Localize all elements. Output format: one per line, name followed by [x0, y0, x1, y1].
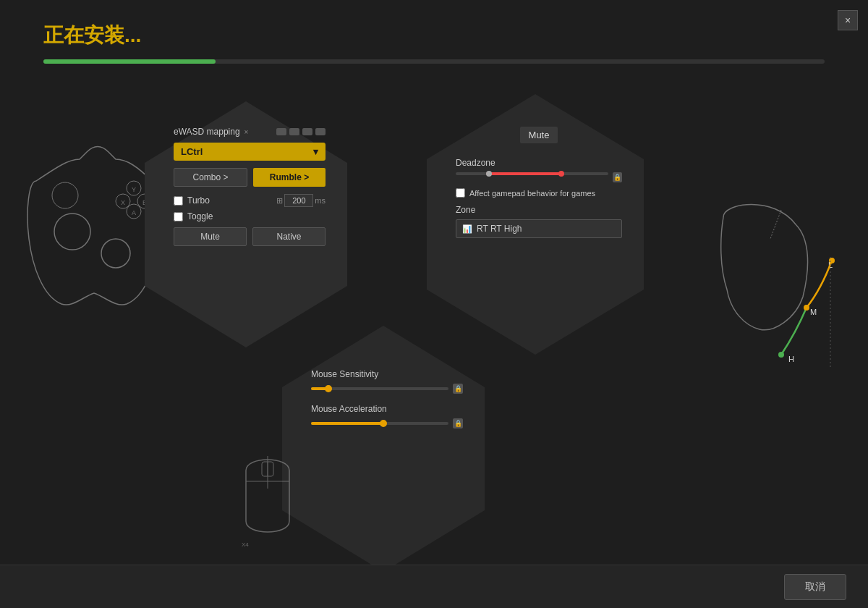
mouse-outline: X4	[231, 442, 304, 550]
rumble-button[interactable]: Rumble >	[253, 168, 326, 187]
zone-bar-icon: 📊	[462, 224, 472, 234]
affect-row: Affect gamepad behavior for games	[456, 188, 622, 198]
wasd-icons	[276, 128, 326, 135]
combo-button[interactable]: Combo >	[174, 168, 247, 187]
close-button[interactable]: ×	[838, 10, 858, 30]
progress-bar-fill	[43, 59, 216, 64]
turbo-icon: ⊞	[276, 196, 283, 206]
action-buttons-row: Combo > Rumble >	[174, 168, 326, 187]
turbo-checkbox[interactable]	[174, 196, 183, 206]
deadzone-slider[interactable]	[456, 172, 608, 175]
svg-point-21	[829, 258, 835, 263]
zone-value: RT RT High	[477, 224, 522, 234]
turbo-value-input[interactable]	[284, 194, 313, 207]
zone-dropdown[interactable]: 📊 RT RT High	[456, 219, 622, 238]
acceleration-lock-icon[interactable]: 🔒	[453, 418, 463, 428]
deadzone-title: Mute	[520, 127, 558, 143]
deadzone-right-thumb[interactable]	[558, 171, 564, 177]
svg-point-0	[54, 214, 90, 250]
trigger-curve: L M H	[760, 203, 846, 391]
svg-text:X4: X4	[242, 541, 249, 548]
wasd-icon-3	[302, 128, 312, 135]
header: 正在安装...	[0, 0, 868, 78]
turbo-label: Turbo	[187, 195, 210, 206]
svg-text:M: M	[810, 308, 817, 316]
wasd-panel-title: eWASD mapping	[174, 127, 240, 137]
deadzone-slider-row: 🔒	[456, 172, 622, 182]
deadzone-label: Deadzone	[456, 158, 622, 168]
affect-label: Affect gamepad behavior for games	[469, 189, 595, 198]
wasd-content: eWASD mapping × LCtrl ▾ Combo > Rumble >…	[174, 127, 326, 246]
zone-label: Zone	[456, 205, 622, 215]
ms-unit-label: ms	[315, 196, 326, 205]
svg-text:H: H	[788, 355, 794, 363]
wasd-icon-1	[276, 128, 286, 135]
key-dropdown[interactable]: LCtrl ▾	[174, 143, 326, 161]
svg-text:A: A	[132, 209, 136, 216]
svg-text:Y: Y	[132, 186, 136, 193]
wasd-icon-4	[315, 128, 326, 135]
deadzone-fill	[486, 172, 563, 175]
sensitivity-slider-row: 🔒	[311, 384, 463, 394]
deadzone-content: Mute Deadzone 🔒 Affect gamepad behavior …	[456, 127, 622, 238]
wasd-icon-2	[289, 128, 299, 135]
mouse-content: Mouse Sensitivity 🔒 Mouse Acceleration 🔒	[311, 369, 463, 434]
turbo-input: ⊞ ms	[276, 194, 326, 207]
mute-button[interactable]: Mute	[174, 227, 247, 246]
toggle-label: Toggle	[187, 211, 213, 221]
progress-bar-container	[43, 59, 825, 64]
sensitivity-label: Mouse Sensitivity	[311, 369, 463, 379]
mouse-hex-panel	[282, 326, 485, 572]
dropdown-arrow-icon: ▾	[313, 146, 318, 157]
acceleration-fill	[311, 422, 383, 425]
acceleration-slider[interactable]	[311, 422, 448, 425]
svg-point-2	[52, 182, 78, 208]
bottom-bar: 取消	[0, 565, 868, 608]
sensitivity-lock-icon[interactable]: 🔒	[453, 384, 463, 394]
mute-native-row: Mute Native	[174, 227, 326, 246]
install-title: 正在安装...	[43, 22, 825, 49]
cancel-button[interactable]: 取消	[784, 574, 846, 600]
affect-checkbox[interactable]	[456, 188, 465, 198]
sensitivity-thumb[interactable]	[325, 385, 332, 392]
acceleration-slider-row: 🔒	[311, 418, 463, 428]
toggle-checkbox[interactable]	[174, 212, 183, 221]
toggle-row: Toggle	[174, 211, 326, 221]
svg-point-23	[778, 352, 784, 358]
lock-icon[interactable]: 🔒	[613, 172, 622, 182]
native-button[interactable]: Native	[252, 227, 326, 246]
turbo-row: Turbo ⊞ ms	[174, 194, 326, 207]
wasd-header: eWASD mapping ×	[174, 127, 326, 137]
sensitivity-slider[interactable]	[311, 387, 448, 390]
key-selected-value: LCtrl	[181, 146, 203, 157]
deadzone-left-thumb[interactable]	[486, 171, 492, 177]
wasd-close-icon[interactable]: ×	[244, 128, 249, 136]
acceleration-thumb[interactable]	[380, 420, 387, 427]
svg-text:X: X	[121, 199, 125, 206]
svg-point-1	[101, 239, 130, 268]
acceleration-label: Mouse Acceleration	[311, 404, 463, 414]
svg-point-22	[804, 305, 809, 311]
